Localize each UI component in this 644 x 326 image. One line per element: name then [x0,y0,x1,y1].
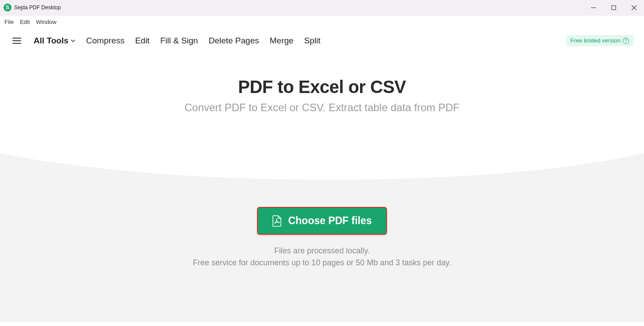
nav-split[interactable]: Split [304,36,321,46]
hamburger-icon [12,38,21,39]
version-badge[interactable]: Free limited version ? [566,35,633,46]
maximize-button[interactable] [603,0,624,16]
titlebar-left: S Sejda PDF Desktop [4,4,61,12]
menu-edit[interactable]: Edit [20,19,30,25]
hamburger-button[interactable] [11,36,23,46]
choose-files-label: Choose PDF files [288,215,372,227]
hero-area: Choose PDF files Files are processed loc… [0,140,644,322]
file-pdf-icon [272,215,282,227]
maximize-icon [611,5,616,10]
help-icon: ? [623,38,629,44]
svg-rect-1 [612,6,616,10]
nav-merge[interactable]: Merge [270,36,294,46]
nav-all-tools[interactable]: All Tools [34,36,76,46]
main-content: PDF to Excel or CSV Convert PDF to Excel… [0,77,644,322]
page-subtitle: Convert PDF to Excel or CSV. Extract tab… [0,101,644,114]
cta-area: Choose PDF files Files are processed loc… [0,140,644,268]
nav-compress[interactable]: Compress [86,36,125,46]
titlebar: S Sejda PDF Desktop [0,0,644,16]
menu-file[interactable]: File [4,19,14,25]
page-title: PDF to Excel or CSV [0,77,644,97]
version-badge-label: Free limited version [571,37,621,44]
menubar: File Edit Window [0,16,644,28]
close-icon [632,5,636,10]
chevron-down-icon [70,38,76,43]
close-button[interactable] [624,0,644,16]
window-controls [583,0,644,16]
info-line-2: Free service for documents up to 10 page… [0,258,644,268]
toolbar-left: All Tools Compress Edit Fill & Sign Dele… [11,36,321,46]
info-line-1: Files are processed locally. [0,246,644,256]
app-logo-letter: S [6,4,9,11]
nav-all-tools-label: All Tools [34,36,69,46]
nav-delete-pages[interactable]: Delete Pages [209,36,259,46]
nav-edit[interactable]: Edit [135,36,150,46]
app-title: Sejda PDF Desktop [14,4,61,11]
app-logo-icon: S [4,4,12,12]
nav-fill-sign[interactable]: Fill & Sign [160,36,198,46]
menu-window[interactable]: Window [36,19,56,25]
toolbar: All Tools Compress Edit Fill & Sign Dele… [0,28,644,57]
minimize-icon [591,5,596,10]
choose-files-button[interactable]: Choose PDF files [257,207,387,235]
minimize-button[interactable] [583,0,603,16]
